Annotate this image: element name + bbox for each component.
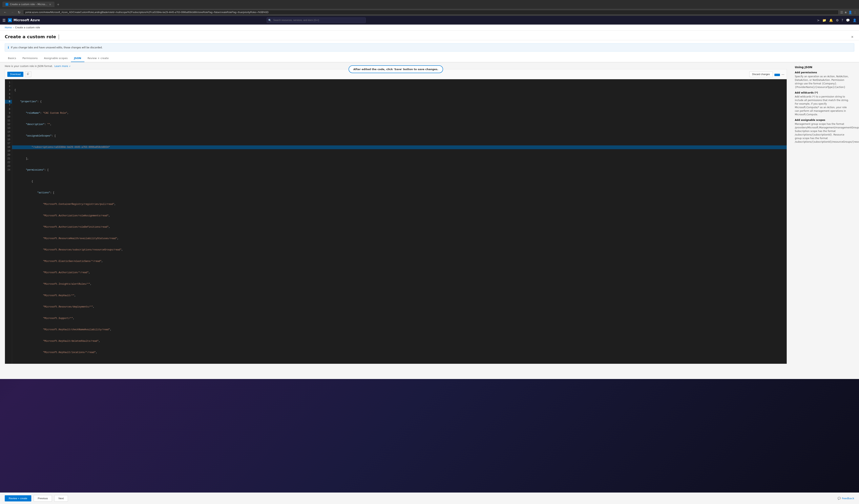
line-num-19: 19 [6,149,10,153]
tab-close-btn[interactable]: × [49,3,51,6]
code-line-24: "Microsoft.KeyVault/locations/*/read", [14,351,784,354]
code-content[interactable]: { "properties": { "roleName": "CAC Custo… [12,79,787,364]
code-line-18: "Microsoft.Insights/alertRules/*", [14,282,784,286]
save-btn-wrapper [774,73,780,76]
line-num-16: 16 [6,138,10,142]
azure-search-bar[interactable]: 🔍 [267,17,366,23]
code-line-17: "Microsoft.Authorization/*/read", [14,271,784,275]
line-num-4: 4 [6,92,10,96]
code-line-4: "description": "", [14,123,784,126]
bookmark-icon[interactable]: ★ [844,11,847,14]
directory-icon[interactable]: 📁 [822,18,826,22]
breadcrumb-home-link[interactable]: Home [5,26,12,29]
browser-toolbar: ← → ↻ ☰ ★ 👤 ⋮ [0,9,859,16]
tab-title: Create a custom role – Micros... [10,3,47,6]
code-line-10: "actions": [ [14,191,784,195]
right-panel-content: Using JSON Add permissions Specify an op… [791,62,854,147]
code-line-23: "Microsoft.KeyVault/deletedVaults/read", [14,339,784,343]
search-icon: 🔍 [268,19,271,22]
line-num-22: 22 [6,161,10,165]
page-title-text: Create a custom role [5,34,56,39]
feedback-link[interactable]: 💬 Feedback [838,497,854,500]
right-panel-title: Using JSON [795,65,850,69]
azure-logo-icon: A [8,18,12,22]
line-num-6: 6 [5,100,12,104]
settings-icon[interactable]: ⚙ [836,18,839,22]
add-wildcards-title: Add wildcards (*) [795,91,850,94]
tab-permissions[interactable]: Permissions [19,55,41,62]
copy-icon [27,73,30,75]
code-editor[interactable]: 1 2 3 4 5 6 7 8 9 10 11 12 13 14 [5,79,787,364]
code-line-22: "Microsoft.KeyVault/checkNameAvailabilit… [14,328,784,332]
search-input[interactable] [267,17,366,23]
profile-avatar[interactable]: 👤 [853,18,857,22]
info-icon: ℹ [8,46,9,49]
code-line-8: "permissions": [ [14,168,784,172]
feedback-label[interactable]: Feedback [842,497,854,500]
code-editor-container: After edited the code, click 'Save' butt… [5,69,787,364]
azure-logo: A Microsoft Azure [8,18,40,22]
line-num-9: 9 [6,111,10,115]
new-tab-btn[interactable]: + [57,3,59,6]
back-btn[interactable]: ← [2,10,8,14]
code-line-1: { [14,88,784,92]
line-num-10: 10 [6,115,10,119]
code-line-12: "Microsoft.Authorization/roleAssignments… [14,214,784,218]
forward-btn[interactable]: → [10,10,15,14]
line-num-3: 3 [6,88,10,92]
editor-toolbar-right: Discard changes — [749,72,784,77]
notifications-icon[interactable]: 🔔 [829,18,833,22]
code-line-16: "Microsoft.ElasticSan/elasticSans/*/read… [14,260,784,263]
line-num-17: 17 [6,142,10,146]
profile-icon[interactable]: 👤 [848,11,852,14]
code-line-19: "Microsoft.KeyVault/*", [14,294,784,297]
title-separator: | [58,34,60,40]
learn-more-link[interactable]: Learn more [55,65,68,67]
close-button[interactable]: × [850,34,854,40]
line-num-2: 2 [6,85,10,88]
code-line-5: "assignableScopes": [ [14,134,784,138]
hamburger-menu-btn[interactable]: ☰ [2,18,5,22]
browser-chrome: Create a custom role – Micros... × + [0,0,859,9]
external-link-icon: ↗ [69,65,70,67]
url-bar[interactable] [23,10,839,15]
help-icon[interactable]: ? [842,18,843,22]
extensions-icon[interactable]: ☰ [840,11,843,14]
tab-assignable-scopes[interactable]: Assignable scopes [41,55,71,62]
add-scopes-text: Management group scope has the format /p… [795,122,850,143]
breadcrumb-current: Create a custom role [15,26,40,29]
add-permissions-text: Specify an operation as an Action, NotAc… [795,75,850,89]
save-button[interactable] [774,74,780,76]
code-line-6: "/subscriptions/ca53384e-be29-4445-a763-… [12,146,787,149]
azure-navbar: ☰ A Microsoft Azure 🔍 > 📁 🔔 ⚙ ? 💬 👤 [0,16,859,25]
menu-icon[interactable]: ⋮ [854,11,857,14]
code-line-21: "Microsoft.Support/*", [14,317,784,320]
tab-review-create[interactable]: Review + create [85,55,112,62]
line-num-20: 20 [6,153,10,157]
code-line-20: "Microsoft.Resources/deployments/*", [14,305,784,309]
tab-basics[interactable]: Basics [5,55,19,62]
tab-favicon [5,3,8,6]
feedback-icon[interactable]: 💬 [846,18,850,22]
azure-nav-icons: > 📁 🔔 ⚙ ? 💬 👤 [817,18,857,22]
add-permissions-title: Add permissions [795,71,850,74]
copy-button[interactable] [25,71,31,77]
next-button[interactable]: Next [54,495,68,502]
add-scopes-title: Add assignable scopes [795,119,850,121]
tab-json[interactable]: JSON [71,55,85,62]
code-line-3: "roleName": "CAC Custom Role", [14,111,784,115]
previous-button[interactable]: Previous [34,495,52,502]
tabs-bar: Basics Permissions Assignable scopes JSO… [0,55,859,62]
breadcrumb-separator: › [13,26,14,29]
line-num-12: 12 [6,123,10,126]
browser-icons: ☰ ★ 👤 ⋮ [840,11,857,14]
download-button[interactable]: Download [7,72,24,77]
page-header: Create a custom role | × ℹ If you change… [0,31,859,62]
discard-changes-button[interactable]: Discard changes [749,72,773,77]
cloud-shell-icon[interactable]: > [817,18,819,22]
review-create-button[interactable]: Review + create [5,495,31,501]
refresh-btn[interactable]: ↻ [17,10,21,15]
subtitle-text: Here is your custom role in JSON format. [5,65,53,67]
browser-tab[interactable]: Create a custom role – Micros... × [2,2,55,7]
collapse-button[interactable]: — [782,73,784,76]
